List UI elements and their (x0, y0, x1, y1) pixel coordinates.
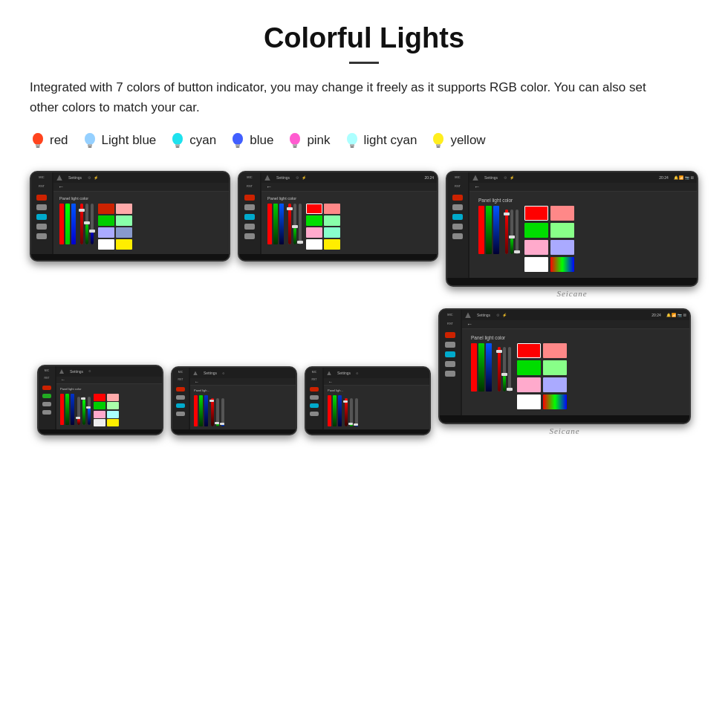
slider-g-4[interactable] (82, 397, 85, 425)
cell-lred-7[interactable] (543, 343, 567, 358)
slider-g2-knob[interactable] (292, 225, 298, 228)
cell-multi-3[interactable] (550, 257, 574, 272)
cell-red-2[interactable] (306, 204, 322, 214)
panel-btn-red[interactable] (36, 195, 47, 201)
cell-lr-4[interactable] (107, 394, 119, 401)
slider-b-4[interactable] (88, 397, 91, 425)
cell-pink-3[interactable] (524, 240, 548, 255)
cell-green-3[interactable] (524, 223, 548, 238)
cell-multi-7[interactable] (543, 394, 567, 409)
pb-5-2[interactable] (176, 395, 185, 400)
cell-white-3[interactable] (524, 257, 548, 272)
pb-4-4[interactable] (42, 410, 51, 415)
slider-g5-knob[interactable] (215, 422, 219, 424)
pb-6-4[interactable] (310, 412, 319, 416)
slider-r4-knob[interactable] (76, 417, 80, 419)
cell-g-4[interactable] (94, 402, 105, 409)
panel-btn-7c[interactable] (445, 361, 455, 367)
cell-lg-4[interactable] (107, 402, 119, 409)
panel-btn-5b[interactable] (244, 233, 255, 239)
pb-4-2[interactable] (42, 394, 51, 398)
slider-g-6[interactable] (350, 398, 353, 426)
slider-g-2[interactable] (293, 204, 296, 244)
panel-btn-7b[interactable] (445, 342, 455, 348)
cell-lgreen-2[interactable] (324, 215, 340, 226)
panel-btn-5c[interactable] (452, 233, 463, 239)
pb-5-4[interactable] (176, 412, 185, 416)
pb-5-1[interactable] (176, 387, 185, 392)
slider-g-5[interactable] (216, 398, 219, 426)
panel-btn-5[interactable] (36, 233, 47, 239)
slider-b3-knob[interactable] (514, 250, 520, 253)
slider-r-5[interactable] (211, 398, 214, 426)
cell-lightgreen[interactable] (116, 215, 132, 226)
cell-green-7[interactable] (517, 360, 541, 375)
cell-yellow[interactable] (116, 239, 132, 250)
slider-b-2[interactable] (299, 204, 302, 244)
cell-red-7[interactable] (517, 343, 541, 358)
panel-btn-4[interactable] (36, 224, 47, 230)
slider-b[interactable] (91, 204, 94, 244)
slider-g-knob[interactable] (84, 221, 90, 224)
panel-btn-red-3[interactable] (452, 195, 463, 201)
panel-btn-red-2[interactable] (244, 195, 255, 201)
cell-lgreen-7[interactable] (543, 360, 567, 375)
slider-g3-knob[interactable] (509, 236, 515, 238)
slider-g-7[interactable] (503, 347, 506, 392)
cell-y-4[interactable] (107, 419, 119, 426)
cell-lcyan-2[interactable] (324, 227, 340, 238)
cell-white-7[interactable] (517, 394, 541, 409)
slider-r-4[interactable] (77, 397, 80, 425)
pb-5-3[interactable] (176, 403, 185, 408)
pb-6-1[interactable] (310, 387, 319, 392)
panel-btn-red-7[interactable] (445, 332, 455, 338)
panel-btn-cyan[interactable] (36, 214, 47, 220)
cell-red[interactable] (98, 204, 114, 214)
cell-lblue-3[interactable] (550, 240, 574, 255)
cell-pink-7[interactable] (517, 377, 541, 392)
panel-btn-cyan-3[interactable] (452, 214, 463, 220)
slider-b-knob[interactable] (89, 230, 95, 233)
back-arrow-icon[interactable]: ← (58, 184, 64, 190)
slider-b-6[interactable] (355, 398, 358, 426)
panel-btn-7d[interactable] (445, 371, 455, 377)
slider-b4-knob[interactable] (86, 406, 91, 409)
cell-green[interactable] (98, 215, 114, 226)
slider-r-7[interactable] (498, 347, 501, 392)
slider-g-3[interactable] (510, 210, 513, 254)
slider-r[interactable] (80, 204, 83, 244)
slider-b6-knob[interactable] (354, 423, 358, 426)
cell-pink-2[interactable] (306, 227, 322, 238)
slider-g[interactable] (85, 204, 88, 244)
back-arrow-4[interactable]: ← (61, 377, 65, 382)
panel-btn-3b[interactable] (452, 204, 463, 210)
cell-w-4[interactable] (94, 419, 105, 426)
cell-lightblue[interactable] (98, 227, 114, 238)
slider-r5-knob[interactable] (209, 400, 214, 402)
cell-white-2[interactable] (306, 239, 322, 250)
back-arrow-2[interactable]: ← (266, 184, 272, 190)
slider-r7-knob[interactable] (496, 350, 502, 353)
cell-red-3[interactable] (524, 206, 548, 221)
cell-r-4[interactable] (94, 394, 105, 401)
slider-b-3[interactable] (516, 210, 519, 254)
cell-green-2[interactable] (306, 215, 322, 226)
slider-g4-knob[interactable] (81, 397, 85, 400)
cell-lc-4[interactable] (107, 411, 119, 418)
cell-lred-2[interactable] (324, 204, 340, 214)
back-arrow-6[interactable]: ← (328, 380, 333, 384)
panel-btn-cyan-2[interactable] (244, 214, 255, 220)
panel-btn-2b[interactable] (244, 204, 255, 210)
back-arrow-3[interactable]: ← (474, 184, 480, 190)
slider-b2-knob[interactable] (297, 241, 303, 244)
slider-r-knob[interactable] (79, 209, 85, 212)
cell-lred-3[interactable] (550, 206, 574, 221)
slider-r-2[interactable] (288, 204, 291, 244)
panel-btn-4b[interactable] (244, 224, 255, 230)
panel-btn-4c[interactable] (452, 224, 463, 230)
back-arrow-5[interactable]: ← (195, 380, 199, 384)
cell-p-4[interactable] (94, 411, 105, 418)
slider-r6-knob[interactable] (343, 400, 348, 403)
back-arrow-7[interactable]: ← (467, 321, 472, 328)
cell-lightred[interactable] (116, 204, 132, 214)
